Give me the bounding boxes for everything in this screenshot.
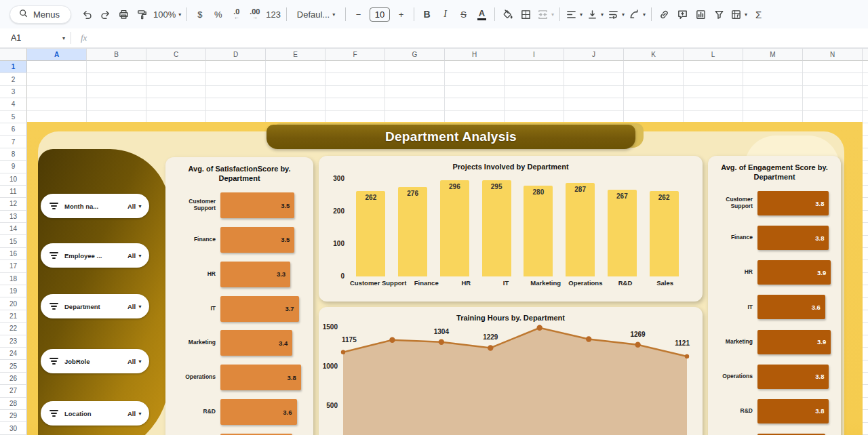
text-rotate-icon[interactable]: ▾: [627, 5, 648, 24]
bar-track: 3.8: [757, 191, 833, 215]
functions-button[interactable]: Σ: [749, 5, 768, 24]
font-family-button[interactable]: Defaul...▾: [290, 5, 342, 24]
row-header-27[interactable]: 27: [0, 385, 27, 397]
column-header-D[interactable]: D: [206, 48, 266, 61]
row-header-1[interactable]: 1: [0, 61, 27, 73]
row-header-28[interactable]: 28: [0, 398, 27, 410]
increase-font-size-button[interactable]: +: [392, 5, 410, 24]
insert-link-icon[interactable]: [655, 5, 673, 24]
paint-format-icon[interactable]: [133, 5, 151, 24]
row-header-10[interactable]: 10: [0, 173, 27, 186]
chart-engagement-score[interactable]: Avg. of Engagement Score by. DepartmentC…: [708, 156, 841, 435]
row-header-4[interactable]: 4: [0, 98, 27, 110]
row-header-17[interactable]: 17: [0, 260, 27, 272]
print-icon[interactable]: [115, 5, 133, 24]
row-header-29[interactable]: 29: [0, 410, 27, 422]
row-header-18[interactable]: 18: [0, 273, 27, 285]
row-header-9[interactable]: 9: [0, 161, 27, 173]
slicer-department[interactable]: DepartmentAll▼: [41, 294, 149, 318]
row-header-16[interactable]: 16: [0, 248, 27, 260]
row-header-26[interactable]: 26: [0, 373, 27, 385]
chart-projects-involved[interactable]: Projects Involved by Department300200100…: [319, 156, 703, 302]
column-header-K[interactable]: K: [624, 48, 684, 61]
borders-icon[interactable]: [517, 5, 535, 24]
vertical-align-icon[interactable]: ▾: [585, 5, 606, 24]
format-percent-button[interactable]: %: [209, 5, 227, 24]
row-header-14[interactable]: 14: [0, 223, 27, 235]
row-header-21[interactable]: 21: [0, 310, 27, 323]
hbar-row: Customer Support3.8: [715, 191, 833, 215]
insert-comment-icon[interactable]: [673, 5, 692, 24]
chart-title: Projects Involved by Department: [319, 156, 703, 171]
column-header-F[interactable]: F: [326, 48, 385, 61]
row-header-22[interactable]: 22: [0, 323, 27, 335]
redo-icon[interactable]: [96, 5, 115, 24]
bar: 3.9: [757, 330, 831, 354]
row-header-5[interactable]: 5: [0, 111, 27, 123]
create-filter-icon[interactable]: [710, 5, 728, 24]
slicer-value-dropdown[interactable]: All▼: [127, 358, 142, 365]
undo-icon[interactable]: [78, 5, 96, 24]
column-header-L[interactable]: L: [684, 48, 743, 61]
column-header-B[interactable]: B: [87, 48, 146, 61]
column-header-N[interactable]: N: [803, 48, 863, 61]
column-header-J[interactable]: J: [564, 48, 624, 61]
row-header-8[interactable]: 8: [0, 148, 27, 161]
font-size-button[interactable]: 10: [368, 5, 392, 24]
row-header-19[interactable]: 19: [0, 285, 27, 297]
format-currency-button[interactable]: $: [191, 5, 209, 24]
more-formats-button[interactable]: 123: [264, 5, 283, 24]
row-header-15[interactable]: 15: [0, 235, 27, 247]
name-box[interactable]: A1 ▾: [0, 33, 71, 43]
slicer-employee----[interactable]: Employee ...All▼: [41, 243, 149, 268]
text-color-button[interactable]: A: [473, 5, 491, 24]
text-wrap-icon[interactable]: ▾: [606, 5, 627, 24]
slicer-value-dropdown[interactable]: All▼: [127, 410, 142, 417]
font-size-input[interactable]: 10: [370, 7, 390, 22]
slicer-value-dropdown[interactable]: All▼: [127, 303, 142, 310]
insert-chart-icon[interactable]: [692, 5, 710, 24]
horizontal-align-icon[interactable]: ▾: [564, 5, 585, 24]
row-header-13[interactable]: 13: [0, 211, 27, 223]
decrease-font-size-button[interactable]: −: [349, 5, 368, 24]
row-header-7[interactable]: 7: [0, 136, 27, 148]
plot-area: 262276296295280287267262: [350, 179, 685, 276]
slicer-location[interactable]: LocationAll▼: [41, 401, 149, 426]
select-all-corner[interactable]: [0, 48, 27, 61]
row-header-23[interactable]: 23: [0, 335, 27, 348]
column-header-G[interactable]: G: [385, 48, 445, 61]
menus-search-button[interactable]: Menus: [9, 5, 71, 24]
hbar-row: Finance3.5: [172, 227, 305, 253]
point-label: 1175: [342, 336, 357, 344]
zoom-button[interactable]: 100%▾: [151, 5, 183, 24]
column-header-E[interactable]: E: [266, 48, 326, 61]
slicer-value-dropdown[interactable]: All▼: [127, 252, 142, 260]
increase-decimals-button[interactable]: .00→: [245, 5, 264, 24]
chart-training-hours[interactable]: Training Hours by. Department15001000500…: [319, 307, 703, 435]
decrease-decimals-button[interactable]: .0←: [227, 5, 245, 24]
row-header-25[interactable]: 25: [0, 360, 27, 372]
slicer-jobrole[interactable]: JobRoleAll▼: [41, 349, 149, 373]
chevron-down-icon: ▾: [643, 12, 646, 18]
strikethrough-button[interactable]: S: [454, 5, 473, 24]
row-header-20[interactable]: 20: [0, 297, 27, 310]
row-header-24[interactable]: 24: [0, 348, 27, 360]
slicer-value-dropdown[interactable]: All▼: [127, 203, 142, 210]
row-header-30[interactable]: 30: [0, 422, 27, 434]
italic-button[interactable]: I: [436, 5, 454, 24]
row-header-2[interactable]: 2: [0, 73, 27, 85]
column-header-C[interactable]: C: [146, 48, 206, 61]
row-header-3[interactable]: 3: [0, 86, 27, 98]
row-header-11[interactable]: 11: [0, 186, 27, 198]
pivot-table-icon[interactable]: ▾: [728, 5, 749, 24]
column-header-A[interactable]: A: [27, 48, 87, 61]
fill-color-icon[interactable]: [498, 5, 517, 24]
row-header-6[interactable]: 6: [0, 123, 27, 136]
column-header-I[interactable]: I: [505, 48, 564, 61]
column-header-M[interactable]: M: [743, 48, 803, 61]
bold-button[interactable]: B: [418, 5, 436, 24]
row-header-12[interactable]: 12: [0, 198, 27, 210]
slicer-month-na---[interactable]: Month na...All▼: [41, 194, 149, 218]
column-header-H[interactable]: H: [445, 48, 505, 61]
chart-satisfaction-score[interactable]: Avg. of SatisfactionScore by. Department…: [165, 157, 313, 435]
